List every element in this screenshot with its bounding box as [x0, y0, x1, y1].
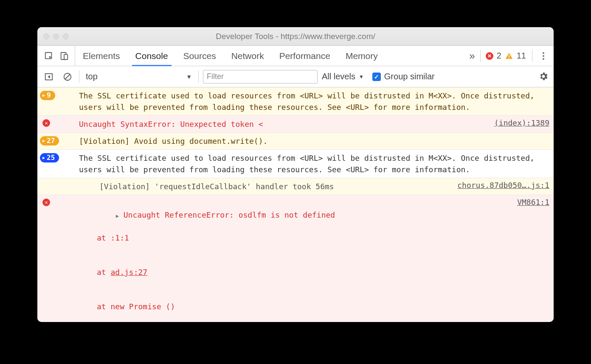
console-message-text: ▶Uncaught ReferenceError: osdlfm is not … [79, 198, 509, 322]
console-message-text: [Violation] Avoid using document.write()… [79, 135, 549, 147]
console-row-error[interactable]: ✕ Uncaught SyntaxError: Unexpected token… [37, 116, 554, 133]
svg-rect-0 [45, 52, 52, 59]
svg-rect-3 [509, 55, 509, 57]
window-title: Developer Tools - https://www.theverge.c… [37, 32, 554, 41]
panel-tabstrip: Elements Console Sources Network Perform… [37, 46, 554, 66]
tabs-overflow-icon[interactable]: » [469, 50, 475, 62]
console-row-warning[interactable]: ▶27 [Violation] Avoid using document.wri… [37, 133, 554, 150]
tab-performance[interactable]: Performance [272, 46, 338, 66]
tab-elements[interactable]: Elements [75, 46, 128, 66]
console-row-error[interactable]: ✕ ▶Uncaught ReferenceError: osdlfm is no… [37, 195, 554, 322]
chevron-down-icon: ▼ [359, 74, 364, 80]
titlebar: Developer Tools - https://www.theverge.c… [37, 27, 554, 46]
console-row-info[interactable]: ▶25 The SSL certificate used to load res… [37, 150, 554, 178]
source-link[interactable]: (index):1389 [488, 118, 549, 127]
group-count-badge[interactable]: ▶25 [40, 153, 59, 162]
more-options-icon[interactable] [538, 50, 549, 62]
console-row-verbose[interactable]: [Violation] 'requestIdleCallback' handle… [37, 178, 554, 195]
error-badge-icon[interactable]: ✕ [486, 52, 493, 60]
zoom-window-button[interactable] [63, 34, 69, 39]
error-icon: ✕ [42, 119, 50, 127]
tab-sources[interactable]: Sources [176, 46, 224, 66]
stack-frame[interactable]: at :1:1 [79, 232, 509, 244]
group-count-badge[interactable]: ▶9 [40, 91, 55, 100]
expand-icon[interactable]: ▶ [116, 212, 122, 220]
expand-icon: ▶ [42, 153, 45, 162]
console-message-text: The SSL certificate used to load resourc… [79, 90, 549, 113]
tabstrip-right: » ✕ 2 11 [469, 46, 551, 66]
log-levels-label: All levels [322, 72, 355, 81]
svg-rect-4 [509, 57, 509, 58]
separator [79, 70, 79, 83]
checkbox-checked-icon: ✓ [372, 73, 381, 81]
minimize-window-button[interactable] [53, 34, 59, 39]
context-selector-value: top [86, 72, 98, 81]
warning-badge-icon[interactable] [505, 52, 513, 60]
log-levels-selector[interactable]: All levels ▼ [322, 72, 364, 81]
inspect-controls [40, 46, 75, 66]
separator [198, 70, 199, 83]
panel-tabs: Elements Console Sources Network Perform… [75, 46, 386, 66]
source-link[interactable]: chorus.87db050….js:1 [451, 181, 549, 190]
svg-line-7 [65, 74, 70, 79]
inspect-element-icon[interactable] [42, 49, 56, 63]
filter-input[interactable] [203, 70, 318, 84]
expand-icon: ▶ [42, 91, 45, 100]
group-count-badge[interactable]: ▶27 [40, 136, 59, 146]
group-similar-label: Group similar [384, 72, 435, 81]
tab-console[interactable]: Console [128, 46, 176, 66]
close-window-button[interactable] [43, 34, 49, 39]
group-similar-toggle[interactable]: ✓ Group similar [372, 72, 435, 81]
console-messages[interactable]: ▶9 The SSL certificate used to load reso… [37, 87, 554, 322]
console-message-text: The SSL certificate used to load resourc… [79, 152, 549, 175]
devtools-window: Developer Tools - https://www.theverge.c… [37, 27, 554, 322]
svg-rect-2 [64, 54, 68, 59]
console-settings-icon[interactable] [538, 71, 549, 82]
console-message-text: [Violation] 'requestIdleCallback' handle… [79, 181, 450, 192]
tab-memory[interactable]: Memory [338, 46, 386, 66]
context-selector[interactable]: top ▼ [84, 70, 194, 83]
device-toolbar-icon[interactable] [57, 49, 71, 63]
stack-frame[interactable]: at ad.js:27 [79, 266, 509, 278]
tab-network[interactable]: Network [224, 46, 272, 66]
chevron-down-icon: ▼ [186, 73, 192, 80]
console-toolbar: top ▼ All levels ▼ ✓ Group similar [37, 66, 554, 87]
separator [532, 50, 532, 62]
source-link[interactable]: VM861:1 [511, 198, 549, 207]
clear-console-icon[interactable] [60, 70, 75, 84]
error-icon: ✕ [42, 199, 50, 206]
console-row-warning[interactable]: ▶9 The SSL certificate used to load reso… [37, 87, 554, 116]
show-console-sidebar-icon[interactable] [42, 70, 56, 84]
console-message-text: Uncaught SyntaxError: Unexpected token < [79, 118, 487, 130]
expand-icon: ▶ [42, 136, 45, 146]
warning-count[interactable]: 11 [516, 51, 527, 61]
traffic-lights [37, 34, 69, 39]
stack-frame[interactable]: at new Promise () [79, 301, 509, 312]
separator [480, 50, 481, 62]
error-count[interactable]: 2 [496, 51, 502, 61]
